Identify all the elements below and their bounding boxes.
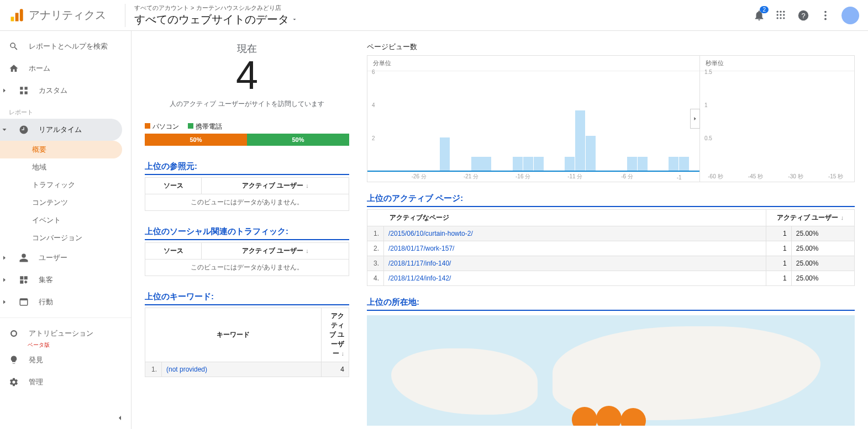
mobile-segment: 50% (247, 134, 349, 146)
table-row[interactable]: 1.(not provided)4 (145, 362, 349, 377)
active-users-count: 4 (145, 55, 349, 95)
second-chart-label: 秒単位 (700, 56, 854, 71)
social-table: ソースアクティブ ユーザー このビューにはデータがありません。 (145, 242, 349, 276)
svg-point-8 (783, 14, 785, 15)
sidebar-rt-conversions[interactable]: コンバージョン (0, 229, 131, 247)
user-icon (19, 253, 29, 263)
analytics-logo-icon (9, 8, 24, 23)
svg-rect-2 (20, 9, 23, 21)
active-pages-title[interactable]: 上位のアクティブ ページ: (367, 193, 855, 207)
caret-right-icon (1, 277, 8, 283)
sidebar-admin[interactable]: 管理 (0, 371, 131, 393)
avatar[interactable] (841, 7, 859, 24)
bulb-icon (9, 355, 19, 365)
help-icon[interactable]: ? (797, 9, 809, 22)
gear-icon (9, 377, 19, 387)
property-selector[interactable]: すべてのアカウント > カーテンハウスシルクみどり店 すべてのウェブサイトのデー… (125, 4, 753, 27)
active-pages-table: アクティブなページアクティブ ユーザー 1./2015/06/10/curtai… (367, 209, 855, 286)
social-title[interactable]: 上位のソーシャル関連のトラフィック: (145, 226, 349, 240)
col-active-users[interactable]: アクティブ ユーザー (766, 210, 855, 226)
svg-text:?: ? (801, 11, 805, 19)
search-placeholder: レポートとヘルプを検索 (29, 41, 108, 51)
locations-title[interactable]: 上位の所在地: (367, 297, 855, 311)
sidebar-audience[interactable]: ユーザー (0, 247, 131, 269)
col-source[interactable]: ソース (145, 243, 202, 259)
svg-point-3 (777, 10, 778, 12)
view-name: すべてのウェブサイトのデータ (134, 12, 289, 27)
home-icon (9, 63, 19, 73)
sidebar-rt-events[interactable]: イベント (0, 211, 131, 229)
sidebar-home[interactable]: ホーム (0, 57, 131, 80)
svg-point-15 (824, 14, 827, 17)
device-legend: パソコン 携帯電話 (145, 122, 349, 131)
logo-block[interactable]: アナリティクス (9, 8, 125, 23)
product-name: アナリティクス (29, 8, 106, 23)
minute-chart-label: 分単位 (367, 56, 699, 71)
chevron-down-icon (291, 16, 298, 23)
col-source[interactable]: ソース (145, 178, 202, 194)
chart-expand-button[interactable] (690, 109, 700, 129)
svg-point-14 (824, 10, 827, 13)
more-icon[interactable] (819, 9, 832, 22)
col-keyword[interactable]: キーワード (145, 308, 322, 362)
svg-rect-20 (25, 92, 28, 94)
legend-desktop: パソコン (145, 122, 179, 131)
sidebar-rt-overview[interactable]: 概要 (0, 141, 122, 158)
reports-section-label: レポート (0, 102, 131, 119)
device-split-bar: 50% 50% (145, 134, 349, 146)
svg-rect-17 (20, 87, 23, 89)
sidebar-discover[interactable]: 発見 (0, 349, 131, 371)
caret-right-icon (1, 299, 8, 305)
sidebar-rt-traffic[interactable]: トラフィック (0, 176, 131, 194)
table-row[interactable]: 3./2018/11/17/info-140/125.00% (367, 256, 855, 271)
keywords-title[interactable]: 上位のキーワード: (145, 292, 349, 305)
svg-point-5 (783, 10, 785, 12)
svg-point-7 (780, 14, 781, 15)
svg-rect-1 (15, 13, 19, 21)
referrers-title[interactable]: 上位の参照元: (145, 161, 349, 175)
beta-label: ベータ版 (0, 341, 131, 349)
social-nodata: このビューにはデータがありません。 (145, 259, 349, 276)
pageviews-charts: 分単位 246-26 分-21 分-16 分-11 分-6 分-1 秒単位 0.… (367, 55, 855, 182)
svg-rect-18 (25, 87, 28, 89)
attribution-icon (9, 329, 19, 338)
caret-right-icon (1, 87, 8, 94)
svg-point-10 (780, 17, 781, 19)
caret-down-icon (1, 126, 8, 133)
apps-icon[interactable] (775, 9, 787, 22)
col-active-page[interactable]: アクティブなページ (367, 210, 766, 226)
dashboard-icon (19, 86, 29, 96)
active-users-caption: 人のアクティブ ユーザーがサイトを訪問しています (145, 99, 349, 109)
svg-point-4 (780, 10, 781, 12)
svg-point-9 (777, 17, 778, 19)
table-row[interactable]: 2./2018/01/17/work-157/125.00% (367, 241, 855, 256)
sidebar-rt-content[interactable]: コンテンツ (0, 194, 131, 211)
table-row[interactable]: 4./2018/11/24/info-142/125.00% (367, 271, 855, 286)
sidebar-behavior[interactable]: 行動 (0, 291, 131, 313)
sidebar-rt-locations[interactable]: 地域 (0, 158, 131, 176)
col-active-users[interactable]: アクティブ ユーザー (202, 243, 349, 259)
search-row[interactable]: レポートとヘルプを検索 (0, 35, 131, 57)
search-icon (9, 41, 19, 51)
pageviews-title: ページビュー数 (367, 42, 855, 52)
sidebar-acquisition[interactable]: 集客 (0, 269, 131, 291)
locations-map[interactable] (367, 315, 855, 426)
collapse-sidebar-icon[interactable] (115, 414, 124, 422)
svg-point-11 (783, 17, 785, 19)
sidebar-realtime[interactable]: リアルタイム (0, 119, 122, 141)
behavior-icon (19, 297, 29, 307)
table-row[interactable]: 1./2015/06/10/curtain-howto-2/125.00% (367, 226, 855, 241)
svg-rect-0 (11, 17, 14, 21)
sidebar-custom[interactable]: カスタム (0, 80, 131, 102)
notifications-icon[interactable]: 2 (753, 9, 765, 22)
sidebar: レポートとヘルプを検索 ホーム カスタム レポート リアルタイム 概要 地域 ト… (0, 31, 131, 429)
minute-chart: 分単位 246-26 分-21 分-16 分-11 分-6 分-1 (367, 55, 700, 182)
referrers-nodata: このビューにはデータがありません。 (145, 194, 349, 211)
col-active-users[interactable]: アクティブ ユーザー (322, 308, 349, 362)
svg-rect-22 (20, 299, 28, 300)
svg-point-6 (777, 14, 778, 15)
col-active-users[interactable]: アクティブ ユーザー (202, 178, 349, 194)
acquisition-icon (19, 275, 29, 285)
active-users-card: 現在 4 人のアクティブ ユーザーがサイトを訪問しています (145, 42, 349, 109)
svg-point-16 (824, 18, 827, 20)
